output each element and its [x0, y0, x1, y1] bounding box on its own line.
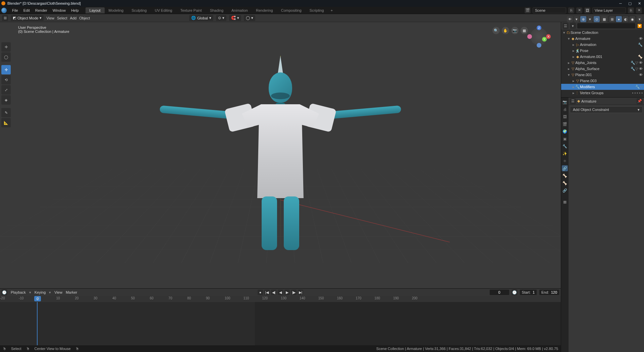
timeline-menu-playback[interactable]: Playback — [11, 290, 26, 294]
gizmo-toggle-button[interactable]: ⊕ — [580, 16, 586, 22]
timeline-tracks[interactable] — [0, 302, 561, 345]
expand-toggle-icon[interactable]: ▸ — [572, 49, 575, 53]
expand-toggle-icon[interactable]: ▸ — [567, 61, 571, 65]
pivot-dropdown[interactable]: ⊙▾ — [216, 15, 226, 21]
outliner-row[interactable]: ▸▽Alpha_Surface🔧▽👁 — [561, 66, 644, 72]
tool-annotate[interactable]: ✎ — [1, 108, 11, 117]
vp-menu-object[interactable]: Object — [79, 16, 90, 20]
expand-toggle-icon[interactable]: ▸ — [567, 67, 571, 71]
vp-menu-add[interactable]: Add — [70, 16, 77, 20]
menu-window[interactable]: Window — [50, 8, 68, 12]
ptab-viewlayer[interactable]: 🖼 — [562, 114, 568, 120]
proportional-dropdown[interactable]: ◯▾ — [244, 15, 255, 21]
outliner-editor-type-icon[interactable]: ☰ — [562, 23, 569, 29]
outliner-row[interactable]: ▸🔧Modifiers🔧▽ — [561, 84, 644, 90]
axis-y-icon[interactable]: Y — [542, 37, 547, 42]
end-frame-field[interactable]: End:120 — [539, 289, 559, 295]
visibility-toggle-icon[interactable]: 👁 — [639, 37, 643, 41]
outliner-row-scene-collection[interactable]: ▾🗀 Scene Collection — [561, 30, 644, 36]
viewlayer-field[interactable]: View Layer — [592, 7, 626, 13]
keyframe-next-button[interactable]: |▶ — [291, 290, 297, 295]
ptab-render[interactable]: 📷 — [562, 99, 568, 105]
tab-scripting[interactable]: Scripting — [306, 7, 328, 13]
keyframe-prev-button[interactable]: ◀| — [271, 290, 276, 295]
tab-animation[interactable]: Animation — [227, 7, 252, 13]
menu-render[interactable]: Render — [33, 8, 50, 12]
tool-cursor[interactable]: ✛ — [1, 42, 11, 52]
menu-edit[interactable]: Edit — [21, 8, 33, 12]
outliner-row[interactable]: ▾▽Plane.001👁 — [561, 72, 644, 78]
expand-toggle-icon[interactable]: ▸ — [572, 79, 575, 83]
scene-browse-icon[interactable]: 🎬 — [525, 7, 531, 13]
outliner-search-input[interactable] — [577, 23, 635, 28]
outliner-row[interactable]: ▸◆Armature.001🦴 — [561, 54, 644, 60]
tool-scale[interactable]: ⤢ — [1, 85, 11, 95]
expand-toggle-icon[interactable]: ▸ — [572, 85, 575, 89]
scene-delete-button[interactable]: ✕ — [576, 7, 582, 13]
start-frame-field[interactable]: Start:1 — [520, 289, 537, 295]
scene-field[interactable]: Scene — [533, 7, 566, 13]
timeline-ruler[interactable]: 0 -20-1001020304050607080901001101201301… — [0, 296, 561, 302]
shading-options-dropdown[interactable]: ▾ — [637, 16, 642, 22]
camera-icon[interactable]: 📷 — [511, 27, 519, 34]
outliner-row[interactable]: ▸⋮⋮Vertex Groups• • • • • — [561, 90, 644, 96]
overlay-toggle-button[interactable]: ⊙ — [594, 16, 600, 22]
use-preview-range-button[interactable]: 🕘 — [512, 289, 518, 295]
ptab-particles[interactable]: ✨ — [562, 151, 568, 157]
tab-add-workspace[interactable]: + — [328, 7, 335, 13]
outliner-row[interactable]: ▾◆Armature👁 — [561, 36, 644, 42]
ptab-output[interactable]: 🖨 — [562, 106, 568, 112]
mode-dropdown[interactable]: ◩ Object Mode ▾ — [11, 15, 44, 21]
shading-wireframe-button[interactable]: ⊞ — [609, 16, 615, 22]
vp-menu-view[interactable]: View — [46, 16, 54, 20]
pan-icon[interactable]: ✋ — [502, 27, 509, 34]
outliner-filter-button[interactable]: 🔽 — [637, 23, 643, 29]
play-button[interactable]: ▶ — [284, 290, 290, 295]
tool-select[interactable]: ◯ — [1, 52, 11, 62]
selectability-icon[interactable]: 👁 — [567, 16, 573, 22]
axis-z-icon[interactable]: Z — [537, 25, 541, 30]
tool-rotate[interactable]: ⟲ — [1, 75, 11, 84]
menu-file[interactable]: File — [9, 8, 21, 12]
viewlayer-delete-button[interactable]: ✕ — [636, 7, 642, 13]
ptab-modifier[interactable]: 🔧 — [562, 143, 568, 149]
tab-sculpting[interactable]: Sculpting — [127, 7, 151, 13]
zoom-icon[interactable]: 🔍 — [492, 27, 500, 34]
visibility-toggle-icon[interactable]: 👁 — [639, 61, 643, 65]
expand-toggle-icon[interactable]: ▾ — [567, 37, 571, 41]
properties-editor-type-icon[interactable]: ☰ — [570, 98, 576, 104]
add-object-constraint-dropdown[interactable]: Add Object Constraint ▾ — [570, 106, 643, 113]
outliner-row[interactable]: ▸▽Plane.003 — [561, 78, 644, 84]
axis-neg-z-icon[interactable] — [537, 43, 541, 48]
outliner-row[interactable]: ▸▽Alpha_Joints🔧▽👁 — [561, 60, 644, 66]
expand-toggle-icon[interactable]: ▸ — [572, 91, 575, 95]
expand-toggle-icon[interactable]: ▸ — [572, 55, 575, 59]
grid-icon[interactable]: ▦ — [521, 27, 528, 34]
current-frame-field[interactable]: 0 — [489, 289, 509, 295]
vp-menu-select[interactable]: Select — [57, 16, 67, 20]
expand-toggle-icon[interactable]: ▾ — [567, 73, 571, 77]
ptab-boneconstraint[interactable]: 🔗 — [562, 187, 568, 193]
timeline-menu-keying[interactable]: Keying — [35, 290, 46, 294]
visibility-toggle-icon[interactable]: 👁 — [639, 73, 643, 77]
ptab-scene[interactable]: 🎬 — [562, 121, 568, 127]
tab-rendering[interactable]: Rendering — [252, 7, 277, 13]
autokey-button[interactable]: ● — [258, 290, 263, 295]
timeline-menu-view[interactable]: View — [54, 290, 62, 294]
tab-texture-paint[interactable]: Texture Paint — [176, 7, 206, 13]
viewlayer-browse-icon[interactable]: 🖼 — [584, 7, 590, 13]
viewlayer-new-button[interactable]: ⎘ — [628, 7, 634, 13]
3d-viewport[interactable]: User Perspective (0) Scene Collection | … — [0, 22, 561, 288]
ptab-world[interactable]: 🌍 — [562, 128, 568, 134]
tab-modeling[interactable]: Modeling — [105, 7, 128, 13]
tab-uv-editing[interactable]: UV Editing — [151, 7, 176, 13]
outliner-row[interactable]: ▸🕺Pose — [561, 48, 644, 54]
tool-measure[interactable]: 📐 — [1, 118, 11, 127]
tab-layout[interactable]: Layout — [86, 7, 105, 13]
timeline-editor-type-icon[interactable]: 🕑 — [1, 289, 7, 295]
editor-type-icon[interactable]: ⊞ — [2, 15, 8, 21]
orientation-dropdown[interactable]: 🌐 Global ▾ — [189, 15, 213, 21]
window-minimize-button[interactable]: ─ — [617, 1, 624, 6]
window-maximize-button[interactable]: ▢ — [627, 1, 633, 6]
ptab-texture[interactable]: ▩ — [562, 199, 568, 205]
